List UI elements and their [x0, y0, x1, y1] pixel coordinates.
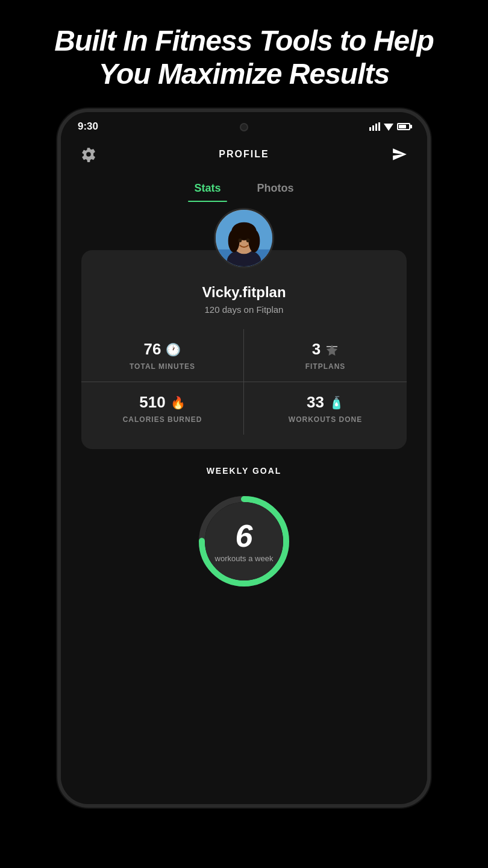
tab-bar: Stats Photos [61, 174, 427, 202]
svg-point-10 [228, 230, 240, 253]
send-icon [392, 146, 407, 162]
avatar-image [216, 210, 272, 266]
fire-icon: 🔥 [170, 395, 186, 410]
phone-camera [240, 123, 248, 131]
stat-fitplans: 3 FITPLANS [244, 329, 407, 382]
top-nav: PROFILE [61, 137, 427, 174]
headline-line1: Built In Fitness Tools to Help [54, 25, 434, 57]
clock-icon: 🕐 [166, 342, 181, 357]
stat-minutes-label: TOTAL MINUTES [130, 362, 195, 371]
stat-total-minutes: 76 🕐 TOTAL MINUTES [81, 329, 244, 382]
profile-card: Vicky.fitplan 120 days on Fitplan 76 🕐 T… [81, 250, 407, 449]
tab-photos[interactable]: Photos [251, 176, 300, 202]
stat-calories-label: CALORIES BURNED [123, 415, 202, 424]
signal-icon [369, 122, 380, 131]
status-time: 9:30 [78, 121, 98, 133]
goal-circle: 6 workouts a week [193, 490, 295, 593]
tab-stats[interactable]: Stats [188, 176, 227, 202]
profile-card-top: Vicky.fitplan 120 days on Fitplan 76 🕐 T… [81, 250, 407, 435]
avatar [214, 208, 274, 268]
svg-point-11 [249, 230, 260, 253]
weekly-goal-section: WEEKLY GOAL 6 workouts a week [61, 466, 427, 593]
svg-marker-4 [384, 124, 393, 131]
stat-fitplans-value: 3 [312, 340, 321, 359]
headline-line2: You Maximize Results [99, 58, 389, 90]
profile-username: Vicky.fitplan [202, 284, 286, 301]
weekly-goal-title: WEEKLY GOAL [207, 466, 282, 476]
stat-workouts-value: 33 [307, 393, 324, 412]
status-icons [369, 122, 410, 131]
profile-days: 120 days on Fitplan [205, 304, 284, 315]
stat-workouts: 33 🧴 WORKOUTS DONE [244, 382, 407, 435]
nav-title: PROFILE [219, 149, 269, 160]
phone-side-button [428, 233, 431, 269]
wifi-icon [384, 122, 393, 131]
stat-fitplans-label: FITPLANS [305, 362, 346, 371]
settings-button[interactable] [78, 143, 99, 165]
share-button[interactable] [389, 143, 410, 165]
battery-icon [397, 123, 410, 130]
stats-grid: 76 🕐 TOTAL MINUTES 3 [81, 329, 407, 435]
stat-calories-value: 510 [139, 393, 165, 412]
phone-screen: 9:30 [61, 112, 427, 804]
profile-area: Vicky.fitplan 120 days on Fitplan 76 🕐 T… [61, 202, 427, 804]
goal-circle-inner: 6 workouts a week [205, 502, 283, 580]
phone-frame: 9:30 [57, 108, 431, 808]
goal-subtitle: workouts a week [215, 554, 274, 563]
goal-number: 6 [236, 520, 253, 552]
svg-point-13 [246, 239, 250, 243]
headline: Built In Fitness Tools to Help You Maxim… [18, 0, 470, 108]
svg-rect-0 [369, 127, 371, 131]
dumbbell-icon: 🧴 [329, 395, 344, 410]
stat-calories: 510 🔥 CALORIES BURNED [81, 382, 244, 435]
stat-workouts-label: WORKOUTS DONE [289, 415, 362, 424]
stat-minutes-value: 76 [144, 340, 161, 359]
svg-rect-1 [372, 125, 374, 131]
fitplan-icon [325, 344, 339, 356]
svg-rect-2 [375, 124, 377, 131]
svg-rect-3 [378, 122, 380, 131]
gear-icon [81, 146, 96, 162]
svg-point-12 [239, 239, 242, 243]
